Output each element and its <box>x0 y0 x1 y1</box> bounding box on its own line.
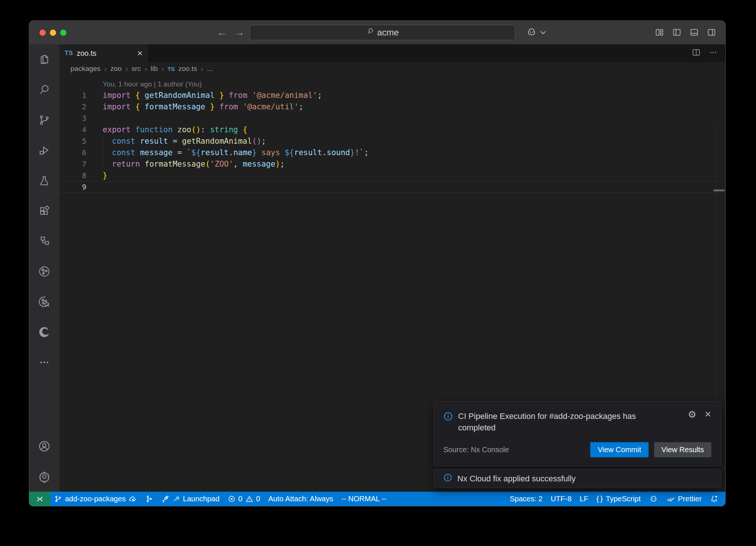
notifications-bell-item[interactable] <box>706 492 722 506</box>
close-window-button[interactable] <box>39 30 46 36</box>
breadcrumb-more[interactable]: ... <box>207 65 213 73</box>
nx-console-icon[interactable] <box>29 256 59 287</box>
commit-graph-item[interactable] <box>141 492 157 506</box>
double-check-icon <box>666 495 675 504</box>
copilot-menu-button[interactable] <box>526 27 546 39</box>
code-line-4[interactable]: 4export function zoo(): string { <box>59 124 725 136</box>
error-count: 0 <box>238 495 243 503</box>
close-tab-icon[interactable]: ✕ <box>137 49 143 58</box>
split-editor-icon[interactable] <box>691 48 701 59</box>
search-icon[interactable] <box>29 75 59 105</box>
chevron-right-icon: › <box>145 65 147 73</box>
eol-item[interactable]: LF <box>575 492 592 506</box>
title-bar: ← → acme <box>29 21 725 44</box>
tab-zoo-ts[interactable]: TS zoo.ts ✕ <box>59 44 148 62</box>
notification-source: Source: Nx Console <box>443 446 509 454</box>
notification-toast-nx-cloud: Nx Cloud fix applied successfully <box>433 469 721 488</box>
remote-icon <box>36 495 44 503</box>
line-number: 2 <box>59 101 103 113</box>
copilot-icon <box>526 27 537 39</box>
toggle-secondary-sidebar-icon[interactable] <box>707 27 717 37</box>
notification-settings-gear-icon[interactable]: ⚙ <box>688 410 696 419</box>
code-line-1[interactable]: 1import { getRandomAnimal } from '@acme/… <box>59 90 725 101</box>
command-center-search[interactable]: acme <box>250 25 515 40</box>
chevron-right-icon: › <box>126 65 128 73</box>
notification-message: Nx Cloud fix applied successfully <box>457 473 575 484</box>
toggle-primary-sidebar-icon[interactable] <box>672 27 682 37</box>
code-line-6[interactable]: 6 const message = `${result.name} says $… <box>59 147 725 158</box>
search-icon <box>366 27 374 38</box>
navigate-forward-button[interactable]: → <box>233 26 246 39</box>
line-number: 1 <box>59 90 103 101</box>
chevron-down-icon <box>540 30 546 36</box>
remote-indicator[interactable] <box>29 492 50 506</box>
git-branch-icon <box>54 495 62 503</box>
publish-cloud-icon <box>129 495 137 503</box>
code-line-7[interactable]: 7 return formatMessage('ZOO', message); <box>59 158 725 170</box>
warnings-icon <box>245 495 253 503</box>
accounts-icon[interactable] <box>29 431 59 461</box>
search-value: acme <box>377 27 399 38</box>
problems-item[interactable]: 0 0 <box>224 492 264 506</box>
breadcrumb-item-packages[interactable]: packages <box>71 65 100 73</box>
commit-graph-icon <box>145 495 153 503</box>
zoom-window-button[interactable] <box>60 30 66 36</box>
testing-icon[interactable] <box>29 165 59 196</box>
chevron-right-icon: › <box>201 65 203 73</box>
code-line-8[interactable]: 8} <box>59 170 725 181</box>
language-label: TypeScript <box>606 495 640 503</box>
run-and-debug-icon[interactable] <box>29 135 59 165</box>
indentation-item[interactable]: Spaces: 2 <box>506 492 547 506</box>
status-bar: add-zoo-packages Launchpad 0 0 Auto Atta… <box>29 492 725 506</box>
warning-count: 0 <box>256 495 260 503</box>
typescript-file-icon: TS <box>168 66 175 72</box>
launchpad-item[interactable]: Launchpad <box>157 492 224 506</box>
code-line-3[interactable]: 3 <box>59 113 725 124</box>
encoding-label: UTF-8 <box>551 495 572 503</box>
typescript-file-icon: TS <box>65 50 73 57</box>
settings-gear-icon[interactable] <box>29 461 59 492</box>
line-number: 7 <box>59 158 103 170</box>
edge-tools-icon[interactable] <box>29 317 59 347</box>
copilot-status-item[interactable] <box>645 492 662 506</box>
minimize-window-button[interactable] <box>50 30 56 36</box>
errors-icon <box>228 495 236 503</box>
activity-bar <box>29 44 59 492</box>
breadcrumb-item-lib[interactable]: lib <box>151 65 158 73</box>
line-number: 4 <box>59 124 103 136</box>
notification-toast-ci-pipeline: CI Pipeline Execution for #add-zoo-packa… <box>433 401 721 467</box>
vscode-window: ← → acme <box>29 20 726 506</box>
chevron-right-icon: › <box>104 65 107 73</box>
more-views-icon[interactable] <box>29 347 59 378</box>
breadcrumb-item-zoo[interactable]: zoo <box>110 65 122 73</box>
source-control-icon[interactable] <box>29 105 59 135</box>
navigate-back-button[interactable]: ← <box>215 26 228 39</box>
encoding-item[interactable]: UTF-8 <box>547 492 576 506</box>
line-number: 5 <box>59 136 103 147</box>
language-mode-item[interactable]: { } TypeScript <box>592 492 645 506</box>
type-hierarchy-icon[interactable] <box>29 226 59 256</box>
code-line-2[interactable]: 2import { formatMessage } from '@acme/ut… <box>59 101 725 113</box>
notification-message: CI Pipeline Execution for #add-zoo-packa… <box>458 410 672 433</box>
toggle-panel-icon[interactable] <box>689 27 699 37</box>
vim-mode-item[interactable]: -- NORMAL -- <box>337 492 391 506</box>
tab-label: zoo.ts <box>77 49 96 58</box>
auto-attach-item[interactable]: Auto Attach: Always <box>264 492 337 506</box>
code-line-9[interactable]: 9 <box>59 181 725 193</box>
braces-icon: { } <box>597 495 603 503</box>
more-actions-icon[interactable] <box>708 48 718 59</box>
view-commit-button[interactable]: View Commit <box>590 442 648 457</box>
nx-cloud-icon[interactable] <box>29 287 59 317</box>
customize-layout-icon[interactable] <box>654 27 664 37</box>
breadcrumb-item-src[interactable]: src <box>131 65 141 73</box>
formatter-item[interactable]: Prettier <box>662 492 706 506</box>
extensions-icon[interactable] <box>29 196 59 226</box>
code-line-5[interactable]: 5 const result = getRandomAnimal(); <box>59 136 725 147</box>
git-branch-item[interactable]: add-zoo-packages <box>50 492 141 506</box>
view-results-button[interactable]: View Results <box>654 442 711 457</box>
eol-label: LF <box>580 495 588 503</box>
notification-close-icon[interactable]: ✕ <box>705 410 711 419</box>
breadcrumb-item-file[interactable]: zoo.ts <box>178 65 197 73</box>
explorer-icon[interactable] <box>29 44 59 75</box>
line-number: 9 <box>59 181 103 193</box>
